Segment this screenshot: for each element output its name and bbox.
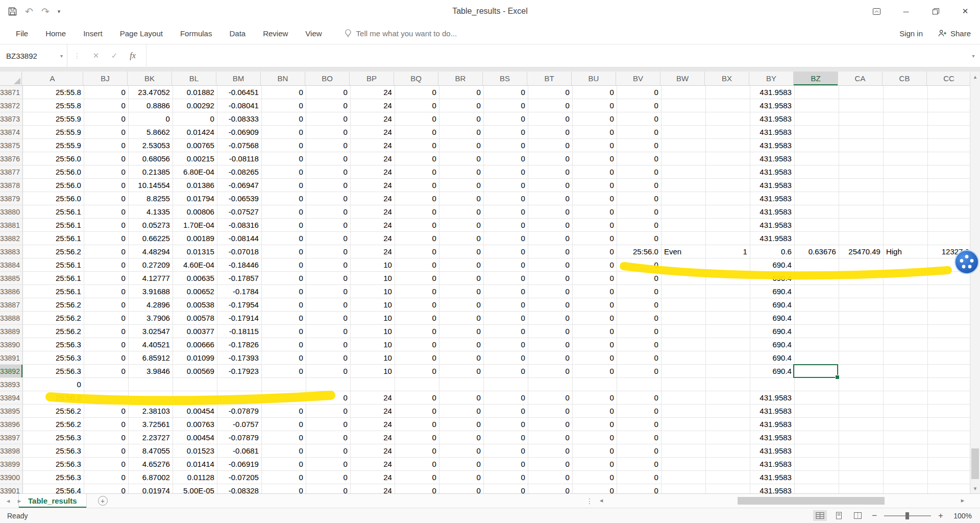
cell-BJ33881[interactable]: 0 — [84, 219, 129, 232]
cell-BU33882[interactable]: 0 — [573, 232, 617, 245]
cell-BV33896[interactable]: 0 — [617, 418, 662, 431]
cell-BW33890[interactable] — [662, 338, 706, 351]
cell-BT33893[interactable] — [528, 378, 573, 391]
cell-BQ33890[interactable]: 0 — [395, 338, 439, 351]
cell-BP33876[interactable]: 24 — [351, 152, 395, 165]
cell-BZ33901[interactable] — [795, 484, 839, 493]
cell-BL33890[interactable]: 0.00666 — [173, 338, 217, 351]
tab-home[interactable]: Home — [37, 22, 75, 44]
cell-CC33888[interactable] — [928, 312, 970, 325]
cell-BV33886[interactable]: 0 — [617, 285, 662, 298]
cell-BR33899[interactable]: 0 — [439, 458, 484, 471]
row-header-33899[interactable]: 33899 — [0, 458, 23, 471]
cell-BM33874[interactable]: -0.06909 — [217, 126, 262, 139]
cell-CC33892[interactable] — [928, 365, 970, 378]
cell-BP33874[interactable]: 24 — [351, 126, 395, 139]
cell-BK33895[interactable]: 2.38103 — [129, 405, 173, 418]
cell-BR33889[interactable]: 0 — [439, 325, 484, 338]
cell-BM33893[interactable] — [217, 378, 262, 391]
cell-BS33878[interactable]: 0 — [484, 179, 528, 192]
cell-BS33874[interactable]: 0 — [484, 126, 528, 139]
cell-BL33877[interactable]: 6.80E-04 — [173, 165, 217, 179]
zoom-in-button[interactable]: + — [936, 511, 945, 521]
cell-BV33895[interactable]: 0 — [617, 405, 662, 418]
cell-BY33872[interactable]: 431.9583 — [750, 99, 795, 112]
cell-BN33892[interactable]: 0 — [262, 365, 306, 378]
cell-BQ33892[interactable]: 0 — [395, 365, 439, 378]
vertical-scrollbar[interactable]: ▴ ▾ — [970, 72, 980, 493]
cell-BL33879[interactable]: 0.01794 — [173, 192, 217, 205]
cell-BJ33883[interactable]: 0 — [84, 245, 129, 258]
cell-BM33887[interactable]: -0.17954 — [217, 298, 262, 312]
cell-BV33881[interactable]: 0 — [617, 219, 662, 232]
cell-BQ33896[interactable]: 0 — [395, 418, 439, 431]
column-header-CA[interactable]: CA — [838, 72, 883, 85]
scroll-down-icon[interactable]: ▾ — [970, 483, 980, 493]
cell-BR33892[interactable]: 0 — [439, 365, 484, 378]
cell-CC33880[interactable] — [928, 205, 970, 219]
sheet-nav-left-icon[interactable]: ◂ — [2, 497, 14, 505]
cell-BZ33896[interactable] — [795, 418, 839, 431]
cell-BT33896[interactable]: 0 — [528, 418, 573, 431]
cell-CB33887[interactable] — [884, 298, 928, 312]
cell-BV33880[interactable]: 0 — [617, 205, 662, 219]
cell-BV33891[interactable]: 0 — [617, 351, 662, 365]
column-header-BJ[interactable]: BJ — [83, 72, 128, 85]
cell-BW33879[interactable] — [662, 192, 706, 205]
cell-CB33893[interactable] — [884, 378, 928, 391]
cell-BQ33882[interactable]: 0 — [395, 232, 439, 245]
cell-BJ33877[interactable]: 0 — [84, 165, 129, 179]
cell-BY33892[interactable]: 690.4 — [750, 365, 795, 378]
cell-BZ33882[interactable] — [795, 232, 839, 245]
cell-BK33887[interactable]: 4.2896 — [129, 298, 173, 312]
cell-BW33874[interactable] — [662, 126, 706, 139]
cell-CA33889[interactable] — [839, 325, 884, 338]
select-all-button[interactable] — [0, 72, 22, 85]
column-header-BX[interactable]: BX — [705, 72, 749, 85]
cell-BT33872[interactable]: 0 — [528, 99, 573, 112]
cell-BP33895[interactable]: 24 — [351, 405, 395, 418]
cell-BU33884[interactable]: 0 — [573, 258, 617, 272]
cell-BV33882[interactable]: 0 — [617, 232, 662, 245]
cell-BK33885[interactable]: 4.12777 — [129, 272, 173, 285]
cell-BJ33896[interactable]: 0 — [84, 418, 129, 431]
cell-CB33873[interactable] — [884, 112, 928, 126]
cell-A33875[interactable]: 25:55.9 — [23, 139, 84, 152]
cell-BU33879[interactable]: 0 — [573, 192, 617, 205]
cell-CA33888[interactable] — [839, 312, 884, 325]
cell-BM33894[interactable] — [217, 391, 262, 405]
cell-BL33875[interactable]: 0.00765 — [173, 139, 217, 152]
cell-CA33873[interactable] — [839, 112, 884, 126]
column-header-BY[interactable]: BY — [749, 72, 794, 85]
row-header-33874[interactable]: 33874 — [0, 126, 23, 139]
cell-BP33871[interactable]: 24 — [351, 86, 395, 99]
cell-BV33889[interactable]: 0 — [617, 325, 662, 338]
cell-BO33892[interactable]: 0 — [306, 365, 351, 378]
cell-BJ33888[interactable]: 0 — [84, 312, 129, 325]
row-header-33882[interactable]: 33882 — [0, 232, 23, 245]
cell-CB33877[interactable] — [884, 165, 928, 179]
tab-formulas[interactable]: Formulas — [172, 22, 221, 44]
cell-BR33900[interactable]: 0 — [439, 471, 484, 484]
cell-BW33895[interactable] — [662, 405, 706, 418]
cell-A33885[interactable]: 25:56.1 — [23, 272, 84, 285]
cell-BS33881[interactable]: 0 — [484, 219, 528, 232]
cell-CC33874[interactable] — [928, 126, 970, 139]
cell-BS33890[interactable]: 0 — [484, 338, 528, 351]
cell-BL33894[interactable] — [173, 391, 217, 405]
cell-BO33900[interactable]: 0 — [306, 471, 351, 484]
cell-BR33895[interactable]: 0 — [439, 405, 484, 418]
cell-BQ33889[interactable]: 0 — [395, 325, 439, 338]
cell-CA33899[interactable] — [839, 458, 884, 471]
cell-BO33899[interactable]: 0 — [306, 458, 351, 471]
column-header-BW[interactable]: BW — [660, 72, 705, 85]
cell-BK33886[interactable]: 3.91688 — [129, 285, 173, 298]
cell-BY33888[interactable]: 690.4 — [750, 312, 795, 325]
cell-BM33872[interactable]: -0.08041 — [217, 99, 262, 112]
cell-CC33890[interactable] — [928, 338, 970, 351]
row-header-33879[interactable]: 33879 — [0, 192, 23, 205]
cell-BN33900[interactable]: 0 — [262, 471, 306, 484]
cell-BU33897[interactable]: 0 — [573, 431, 617, 444]
cell-CC33894[interactable] — [928, 391, 970, 405]
cell-BU33874[interactable]: 0 — [573, 126, 617, 139]
